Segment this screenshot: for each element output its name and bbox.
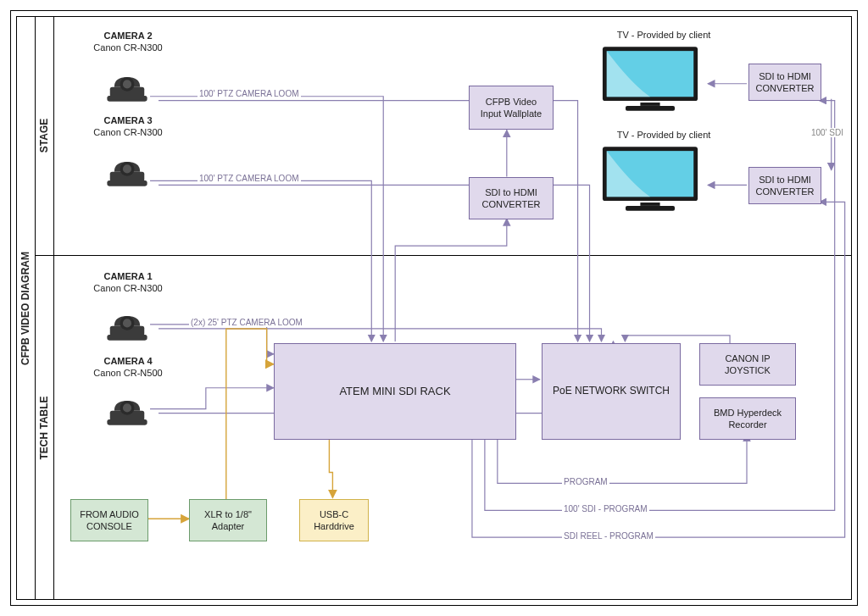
camera3-icon xyxy=(104,143,150,189)
diagram-frame: CFPB VIDEO DIAGRAM STAGE TECH TABLE xyxy=(10,10,858,606)
svg-point-18 xyxy=(123,319,131,327)
svg-rect-11 xyxy=(626,106,675,111)
wire-label-program: PROGRAM xyxy=(562,477,609,486)
sdi-hdmi-a-box: SDI to HDMI CONVERTER xyxy=(469,177,554,219)
svg-rect-23 xyxy=(107,419,147,425)
svg-point-6 xyxy=(123,164,131,173)
sdi-hdmi-b-box: SDI to HDMI CONVERTER xyxy=(748,64,821,101)
svg-rect-14 xyxy=(640,203,659,206)
camera4-icon xyxy=(104,382,150,428)
section-label-tech: TECH TABLE xyxy=(38,396,50,459)
usbc-box: USB-C Harddrive xyxy=(299,499,369,541)
camera2-icon xyxy=(104,58,150,104)
joystick-box: CANON IP JOYSTICK xyxy=(699,343,796,386)
svg-rect-3 xyxy=(107,96,147,102)
xlr-box: XLR to 1/8" Adapter xyxy=(189,499,267,541)
audio-box: FROM AUDIO CONSOLE xyxy=(70,499,148,541)
atem-box: ATEM MINI SDI RACK xyxy=(274,343,516,440)
tv2-label: TV - Provided by client xyxy=(596,130,732,140)
camera4-label: CAMERA 4Canon CR-N500 xyxy=(77,355,179,380)
section-bar-stage: STAGE xyxy=(35,16,54,256)
diagram-title: CFPB VIDEO DIAGRAM xyxy=(19,251,31,364)
wire-label-ptz100-a: 100' PTZ CAMERA LOOM xyxy=(198,89,301,98)
svg-rect-15 xyxy=(626,206,675,211)
camera3-label: CAMERA 3Canon CR-N300 xyxy=(77,114,179,139)
tv2-icon xyxy=(601,145,699,213)
section-divider xyxy=(53,255,852,256)
diagram-canvas: CAMERA 2Canon CR-N300 CAMERA 3Canon CR-N… xyxy=(53,16,852,600)
wallplate-box: CFPB Video Input Wallplate xyxy=(469,86,554,130)
tv1-icon xyxy=(601,45,699,113)
section-label-stage: STAGE xyxy=(38,119,50,153)
hyperdeck-box: BMD Hyperdeck Recorder xyxy=(699,397,796,440)
svg-rect-10 xyxy=(640,103,659,106)
connections-svg xyxy=(53,16,852,600)
svg-rect-7 xyxy=(107,180,147,186)
svg-point-22 xyxy=(123,403,131,412)
title-bar: CFPB VIDEO DIAGRAM xyxy=(16,16,36,600)
tv1-label: TV - Provided by client xyxy=(596,30,732,40)
wire-label-ptz100-b: 100' PTZ CAMERA LOOM xyxy=(198,174,301,183)
wire-label-sdi100prog: 100' SDI - PROGRAM xyxy=(562,504,649,513)
section-bar-tech: TECH TABLE xyxy=(35,255,54,600)
wire-label-sdireelprog: SDI REEL - PROGRAM xyxy=(562,531,655,541)
sdi-hdmi-c-box: SDI to HDMI CONVERTER xyxy=(748,167,821,204)
camera2-label: CAMERA 2Canon CR-N300 xyxy=(77,30,179,54)
camera1-icon xyxy=(104,297,150,343)
svg-rect-19 xyxy=(107,335,147,341)
wire-label-sdi100: 100' SDI xyxy=(810,128,845,137)
svg-point-2 xyxy=(123,80,131,88)
camera1-label: CAMERA 1Canon CR-N300 xyxy=(77,270,179,295)
poe-box: PoE NETWORK SWITCH xyxy=(542,343,681,440)
wire-label-ptz25: (2x) 25' PTZ CAMERA LOOM xyxy=(189,318,304,327)
